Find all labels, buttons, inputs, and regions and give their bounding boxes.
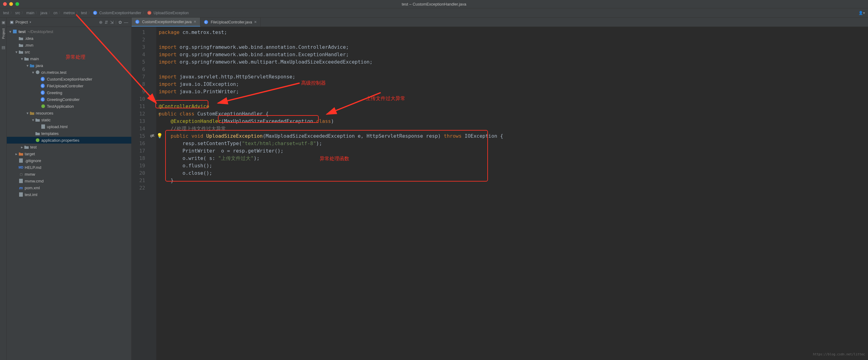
tree-row[interactable]: .gitignore xyxy=(7,157,131,164)
svg-rect-5 xyxy=(19,158,23,163)
tree-row[interactable]: mvnw.cmd xyxy=(7,177,131,184)
tree-row[interactable]: test.iml xyxy=(7,191,131,198)
breadcrumb-item[interactable]: cn xyxy=(53,11,57,15)
tree-row[interactable]: CCustomExceptionHandler xyxy=(7,76,131,82)
breadcrumb-item[interactable]: java xyxy=(40,11,47,15)
code-line[interactable]: @ExceptionHandler(MaxUploadSizeExceededE… xyxy=(159,118,866,125)
breadcrumb-item[interactable]: main xyxy=(26,11,34,15)
editor-tab-active[interactable]: C CustomExceptionHandler.java ✕ xyxy=(132,18,200,27)
tree-row[interactable]: ▾java xyxy=(7,62,131,69)
code-line[interactable]: } xyxy=(159,177,866,184)
tree-item-label: target xyxy=(25,151,35,156)
tree-icon xyxy=(30,111,34,115)
code-line[interactable]: o.flush(); xyxy=(159,162,866,169)
tree-row[interactable]: CGreetingController xyxy=(7,96,131,103)
tree-icon xyxy=(19,179,24,183)
tree-row[interactable]: ▾static xyxy=(7,116,131,123)
breadcrumb-item[interactable]: test xyxy=(81,11,87,15)
settings-icon[interactable]: ✿ xyxy=(118,20,122,25)
project-tool-icon[interactable]: ▣ xyxy=(2,20,5,25)
code-line[interactable]: o.close(); xyxy=(159,169,866,177)
tree-row[interactable]: ▾resources xyxy=(7,110,131,116)
code-line[interactable] xyxy=(159,95,866,103)
code-line[interactable]: public void UploadSizeException(MaxUploa… xyxy=(159,133,866,140)
hide-icon[interactable]: — xyxy=(124,20,128,25)
breadcrumb-item[interactable]: metrox xyxy=(63,11,75,15)
tree-item-label: application.properties xyxy=(41,138,80,143)
minimize-button[interactable] xyxy=(9,2,13,6)
tree-item-label: HELP.md xyxy=(25,165,41,170)
tree-icon xyxy=(19,50,24,54)
tree-row[interactable]: ▸test xyxy=(7,144,131,150)
close-icon[interactable]: ✕ xyxy=(254,20,257,24)
code-line[interactable]: o.write( s: "上传文件过大"); xyxy=(159,155,866,162)
code-line[interactable]: import java.io.PrintWriter; xyxy=(159,88,866,95)
tree-item-label: upload.html xyxy=(47,124,67,129)
tree-row-root[interactable]: ▾ test ~/Desktop/test xyxy=(7,28,131,35)
code-line[interactable] xyxy=(159,184,866,192)
tree-row[interactable]: upload.html xyxy=(7,123,131,130)
collapse-icon[interactable]: ⇲ xyxy=(110,20,114,25)
structure-tool-icon[interactable]: ▤ xyxy=(2,45,5,50)
breadcrumb-item[interactable]: UploadSizeException xyxy=(154,11,189,15)
close-icon[interactable]: ✕ xyxy=(193,20,196,24)
code-line[interactable]: public class CustomExceptionHandler { xyxy=(159,110,866,118)
code-line[interactable]: import org.springframework.web.bind.anno… xyxy=(159,44,866,51)
code-line[interactable]: import org.springframework.web.bind.anno… xyxy=(159,51,866,58)
tree-icon xyxy=(35,138,40,142)
tree-row[interactable]: MDHELP.md xyxy=(7,164,131,171)
tree-row[interactable]: application.properties xyxy=(7,137,131,144)
svg-point-2 xyxy=(41,104,45,108)
project-tool-tab[interactable]: Project xyxy=(1,27,6,41)
locate-icon[interactable]: ⊕ xyxy=(99,20,103,25)
tree-icon xyxy=(35,118,40,122)
tree-row[interactable]: mpom.xml xyxy=(7,184,131,191)
expand-icon[interactable]: ⇵ xyxy=(104,20,108,25)
code-line[interactable]: package cn.metrox.test; xyxy=(159,29,866,36)
breadcrumb-item[interactable]: CustomExceptionHandler xyxy=(99,11,141,15)
tree-item-label: src xyxy=(25,50,30,54)
tree-row[interactable]: ▸target xyxy=(7,150,131,157)
project-header: ▣ Project ▾ ⊕ ⇵ ⇲ | ✿ — xyxy=(7,18,131,27)
tree-row[interactable]: TestApplication xyxy=(7,103,131,110)
close-button[interactable] xyxy=(3,2,7,6)
user-icon[interactable]: 👤▾ xyxy=(859,11,865,15)
tree-row[interactable]: ▢mvnw xyxy=(7,171,131,177)
tree-icon xyxy=(19,152,24,156)
tree-item-label: test xyxy=(30,145,37,149)
svg-rect-3 xyxy=(41,124,45,129)
tree-root-path: ~/Desktop/test xyxy=(27,29,53,34)
tree-item-label: resources xyxy=(36,111,53,115)
tree-row[interactable]: templates xyxy=(7,130,131,137)
breadcrumb-item[interactable]: test xyxy=(3,11,9,15)
code-view[interactable]: 12345678910111213141516171819202122 @R 💡… xyxy=(132,27,868,360)
zoom-button[interactable] xyxy=(16,2,19,6)
class-icon: C xyxy=(204,20,208,24)
tree-item-label: mvnw.cmd xyxy=(25,179,43,184)
gutter-marker[interactable]: @R xyxy=(149,133,156,139)
editor-tab[interactable]: C FileUploadController.java ✕ xyxy=(200,18,261,27)
tree-row[interactable]: .mvn xyxy=(7,42,131,49)
tree-row[interactable]: CFileUploadController xyxy=(7,82,131,89)
code-line[interactable] xyxy=(159,36,866,44)
tree-icon xyxy=(30,64,34,67)
breadcrumb-item[interactable]: src xyxy=(15,11,20,15)
tree-row[interactable]: CGreeting xyxy=(7,89,131,96)
code-line[interactable]: import java.io.IOException; xyxy=(159,81,866,88)
code-line[interactable]: @ControllerAdvice xyxy=(159,103,866,110)
tree-icon xyxy=(19,36,24,40)
tree-row[interactable]: ▾cn.metrox.test xyxy=(7,69,131,76)
code-line[interactable]: //处理上传文件过大异常 xyxy=(159,125,866,133)
code-line[interactable]: import javax.servlet.http.HttpServletRes… xyxy=(159,73,866,81)
code-line[interactable]: resp.setContentType("text/html;charset=u… xyxy=(159,140,866,147)
code-lines[interactable]: 高级控制器 上传文件过大异常 异常处理函数 package cn.metrox.… xyxy=(156,27,868,360)
code-line[interactable]: import org.springframework.web.multipart… xyxy=(159,58,866,66)
window-title: test – CustomExceptionHandler.java xyxy=(402,2,466,6)
project-title[interactable]: Project xyxy=(16,20,28,24)
svg-point-4 xyxy=(36,138,39,142)
project-tree[interactable]: ▾ test ~/Desktop/test .idea.mvn▾src▾main… xyxy=(7,27,131,198)
code-line[interactable] xyxy=(159,66,866,73)
code-line[interactable]: PrintWriter o = resp.getWriter(); xyxy=(159,147,866,155)
tree-row[interactable]: .idea xyxy=(7,35,131,42)
tree-icon xyxy=(24,145,29,149)
